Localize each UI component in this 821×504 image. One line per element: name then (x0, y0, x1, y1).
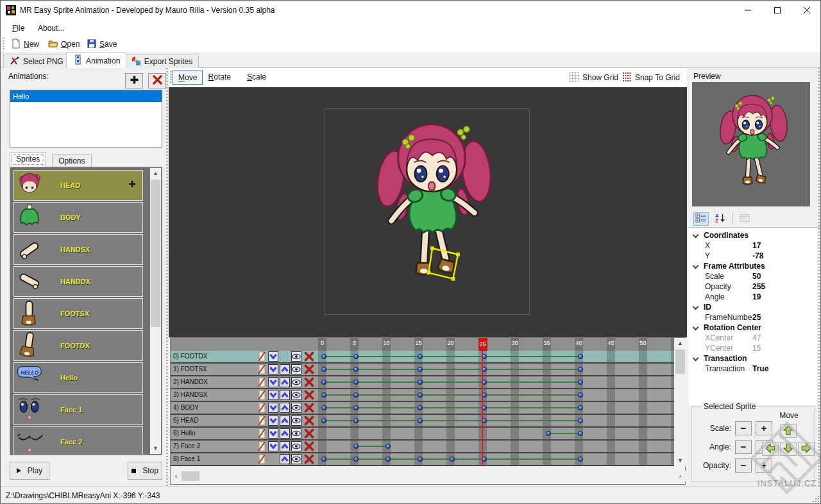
timeline-vscrollbar[interactable]: ▲ ▼ (675, 338, 686, 466)
tool-rotate[interactable]: Rotate (203, 71, 236, 85)
move-left-button[interactable] (762, 442, 779, 456)
sprite-item-face-1[interactable]: Face 1 (13, 394, 143, 425)
resize-grip[interactable] (812, 495, 820, 503)
property-grid[interactable]: CoordinatesX17Y-78Frame AttributesScale5… (688, 228, 820, 405)
move-up-button[interactable] (780, 424, 797, 438)
timeline-track-body[interactable]: 4) BODY (171, 402, 674, 415)
timeline-track-face-2[interactable]: 7) Face 2 (171, 441, 674, 453)
scrollbar-thumb[interactable] (182, 471, 199, 481)
property-angle[interactable]: Angle19 (688, 292, 820, 302)
property-category-frame-attributes[interactable]: Frame Attributes (688, 261, 820, 271)
property-xcenter[interactable]: XCenter47 (688, 333, 820, 343)
edit-icon[interactable] (257, 364, 267, 374)
keyframe-dot-5[interactable] (353, 405, 359, 410)
property-opacity[interactable]: Opacity255 (688, 281, 820, 292)
collapse-chevron-icon[interactable] (693, 304, 699, 310)
move-down-icon[interactable] (268, 390, 278, 400)
keyframe-dot-40[interactable] (578, 405, 583, 410)
alphabetical-button[interactable]: AZ (713, 212, 728, 226)
scroll-up-icon[interactable]: ▲ (675, 338, 686, 349)
delete-icon[interactable] (304, 403, 314, 413)
property-category-rotation-center[interactable]: Rotation Center (688, 323, 820, 333)
delete-icon[interactable] (304, 428, 314, 439)
move-down-icon[interactable] (268, 351, 278, 362)
sprite-item-face-2[interactable]: Face 2 (13, 426, 143, 455)
keyframe-dot-20[interactable] (450, 457, 455, 462)
move-down-icon[interactable] (268, 441, 278, 451)
move-down-icon[interactable] (268, 364, 278, 374)
property-y[interactable]: Y-78 (688, 251, 820, 261)
toolbar-grip[interactable] (3, 38, 4, 51)
timeline-track-footdx[interactable]: 0) FOOTDX (171, 351, 674, 364)
edit-icon[interactable] (257, 403, 267, 413)
move-up-icon[interactable] (280, 403, 290, 413)
move-down-button[interactable] (780, 442, 797, 456)
timeline-ruler[interactable]: 05101520253035404550 (171, 338, 674, 351)
keyframe-dot-40[interactable] (578, 457, 583, 462)
keyframe-dot-40[interactable] (578, 367, 583, 372)
scroll-down-icon[interactable]: ▼ (675, 455, 686, 466)
property-scale[interactable]: Scale50 (688, 271, 820, 281)
delete-icon[interactable] (304, 441, 314, 451)
timeline-track-hello[interactable]: 6) Hello (171, 428, 674, 441)
keyframe-dot-15[interactable] (418, 354, 423, 359)
keyframe-dot-0[interactable] (321, 367, 326, 372)
property-framenumbe[interactable]: FrameNumbe25 (688, 312, 820, 323)
delete-animation-button[interactable] (148, 73, 166, 88)
toolstrip-grip[interactable] (170, 71, 172, 84)
sprite-item-hello[interactable]: HELLO Hello (13, 362, 143, 393)
tool-scale[interactable]: Scale (242, 71, 271, 85)
move-right-button[interactable] (798, 442, 815, 456)
property-category-coordinates[interactable]: Coordinates (688, 230, 820, 240)
delete-icon[interactable] (304, 390, 314, 400)
collapse-chevron-icon[interactable] (693, 263, 699, 269)
show-grid-toggle[interactable]: Show Grid (569, 71, 618, 85)
move-up-icon[interactable] (280, 441, 290, 451)
tool-move[interactable]: Move (173, 71, 203, 85)
timeline-track-head[interactable]: 5) HEAD (171, 415, 674, 428)
sprite-item-head[interactable]: HEAD + (13, 170, 143, 201)
keyframe-dot-0[interactable] (321, 380, 326, 385)
snap-to-grid-toggle[interactable]: Snap To Grid (622, 71, 680, 85)
move-down-icon[interactable] (268, 377, 278, 387)
visibility-icon[interactable] (291, 454, 301, 464)
keyframe-dot-0[interactable] (321, 405, 326, 410)
keyframe-dot-15[interactable] (418, 457, 423, 462)
keyframe-dot-40[interactable] (578, 418, 583, 423)
right-splitter[interactable] (818, 68, 820, 486)
scrollbar-thumb[interactable] (151, 180, 160, 327)
keyframe-dot-40[interactable] (578, 380, 583, 385)
keyframe-dot-10[interactable] (385, 457, 391, 462)
tab-export-sprites[interactable]: Export Sprites (124, 55, 199, 68)
visibility-icon[interactable] (291, 441, 301, 451)
opacity-decrease-button[interactable]: − (735, 458, 752, 473)
animations-listbox[interactable]: Hello (10, 90, 162, 147)
categorized-button[interactable] (693, 212, 709, 226)
sprite-item-body[interactable]: BODY (13, 202, 143, 233)
timeline-playhead[interactable] (482, 351, 483, 466)
delete-icon[interactable] (304, 454, 314, 464)
open-button[interactable]: Open (46, 37, 82, 52)
visibility-icon[interactable] (291, 428, 301, 439)
edit-icon[interactable] (257, 390, 267, 400)
add-animation-button[interactable] (125, 73, 143, 88)
stop-button[interactable]: Stop (128, 462, 162, 480)
scroll-up-icon[interactable]: ▲ (150, 168, 161, 179)
left-splitter[interactable] (166, 68, 168, 486)
property-category-transaction[interactable]: Transaction (688, 353, 820, 364)
edit-icon[interactable] (257, 416, 267, 426)
menu-item-about[interactable]: About... (33, 22, 69, 35)
maximize-button[interactable] (763, 1, 792, 20)
scroll-left-icon[interactable]: ‹ (171, 471, 182, 482)
keyframe-dot-5[interactable] (353, 354, 359, 359)
keyframe-dot-0[interactable] (321, 392, 326, 398)
visibility-icon[interactable] (291, 377, 301, 387)
keyframe-dot-15[interactable] (418, 392, 423, 398)
move-up-icon[interactable] (280, 416, 290, 426)
move-down-icon[interactable] (268, 428, 278, 439)
visibility-icon[interactable] (291, 364, 301, 374)
tab-select-png[interactable]: Select PNG (3, 55, 70, 68)
keyframe-dot-5[interactable] (353, 457, 359, 462)
keyframe-dot-5[interactable] (353, 392, 359, 398)
keyframe-dot-15[interactable] (418, 367, 423, 372)
